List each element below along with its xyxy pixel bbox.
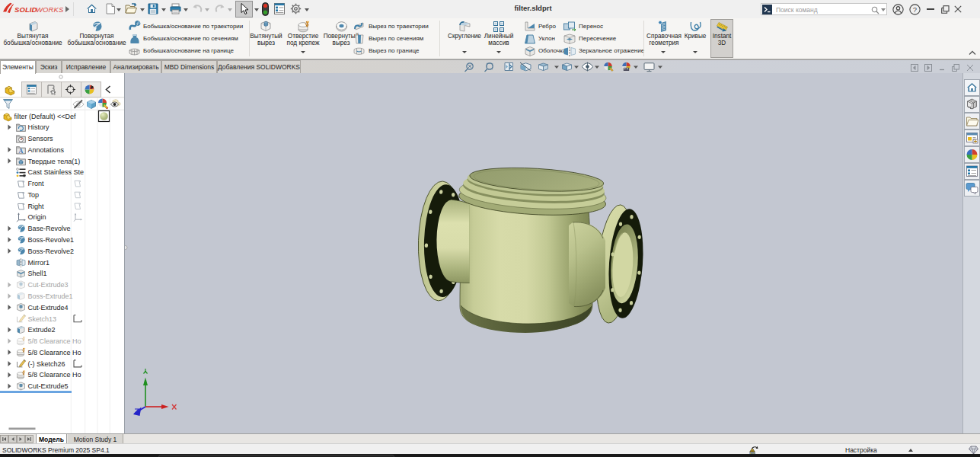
svg-text:Cast Stainless Ste: Cast Stainless Ste (28, 168, 85, 176)
svg-text:Sensors: Sensors (28, 135, 54, 142)
svg-text:History: History (28, 123, 50, 131)
svg-text:filter (Default) <<Def: filter (Default) <<Def (14, 113, 77, 120)
svg-text:Front: Front (28, 180, 45, 187)
svg-text:Sketch13: Sketch13 (28, 315, 57, 323)
svg-text:Cut-Extrude4: Cut-Extrude4 (28, 304, 69, 312)
svg-text:Extrude2: Extrude2 (28, 326, 56, 334)
svg-text:Твердые тела(1): Твердые тела(1) (28, 158, 81, 165)
svg-text:SOLID: SOLID (14, 5, 37, 14)
svg-text:WORKS: WORKS (36, 5, 63, 14)
svg-text:Boss-Revolve2: Boss-Revolve2 (28, 248, 75, 255)
svg-text:Base-Revolve: Base-Revolve (28, 225, 71, 232)
svg-text:5/8 Clearance Ho: 5/8 Clearance Ho (28, 371, 81, 379)
svg-text:5/8 Clearance Ho: 5/8 Clearance Ho (28, 349, 81, 356)
svg-text:Top: Top (28, 191, 40, 199)
svg-text:Origin: Origin (28, 213, 46, 221)
svg-text:5/8 Clearance Ho: 5/8 Clearance Ho (28, 337, 81, 345)
svg-text:Shell1: Shell1 (28, 270, 47, 277)
svg-text:Cut-Extrude3: Cut-Extrude3 (28, 281, 69, 289)
svg-text:Mirror1: Mirror1 (28, 259, 50, 267)
svg-text:(-) Sketch26: (-) Sketch26 (28, 360, 65, 368)
svg-text:?: ? (913, 5, 917, 14)
svg-text:Cut-Extrude5: Cut-Extrude5 (28, 382, 69, 390)
svg-text:Boss-Revolve1: Boss-Revolve1 (28, 236, 75, 244)
svg-text:A: A (19, 148, 24, 155)
svg-text:Boss-Extrude1: Boss-Extrude1 (28, 292, 73, 300)
svg-text:Annotations: Annotations (28, 146, 65, 154)
svg-text:Right: Right (28, 203, 45, 210)
